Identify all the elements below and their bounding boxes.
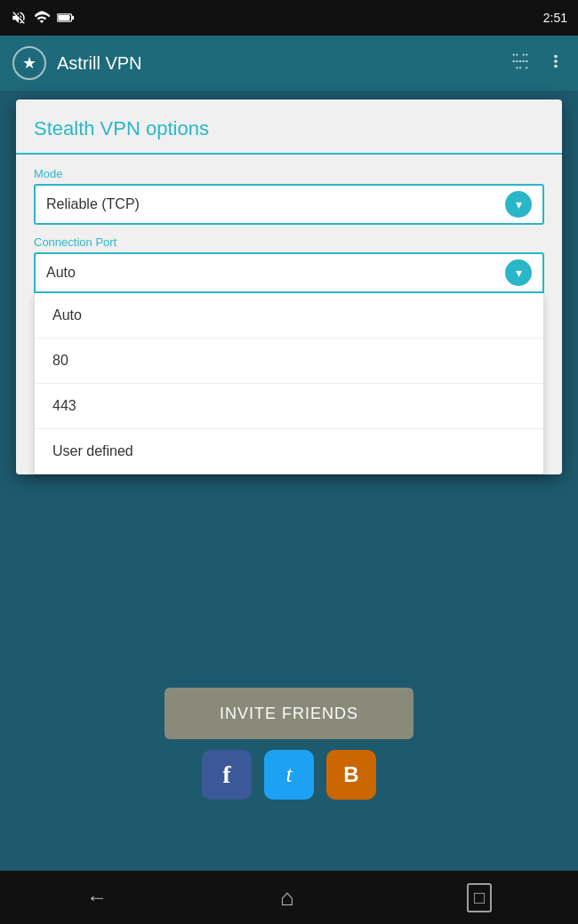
dialog-header: Stealth VPN options xyxy=(16,100,562,155)
mode-value: Reliable (TCP) xyxy=(46,196,505,212)
svg-rect-1 xyxy=(72,16,75,20)
bottom-navigation-bar: ← ⌂ □ xyxy=(0,871,578,924)
dialog-overlay: Stealth VPN options Mode Reliable (TCP) … xyxy=(0,91,578,871)
more-options-icon[interactable] xyxy=(546,52,566,76)
option-443[interactable]: 443 xyxy=(35,384,543,429)
status-bar-left xyxy=(11,10,75,26)
connection-port-dropdown-container: Auto ▾ Auto 80 443 User defined xyxy=(34,252,544,474)
option-80[interactable]: 80 xyxy=(35,339,543,384)
connection-port-options: Auto 80 443 User defined xyxy=(34,293,544,474)
main-content: ✕ Select Server 🇺🇸 USA - Phoenix ▾ Steal… xyxy=(0,91,578,871)
dialog-title: Stealth VPN options xyxy=(34,117,209,139)
option-user-defined[interactable]: User defined xyxy=(35,429,543,474)
app-title: Astrill VPN xyxy=(57,53,510,74)
top-app-bar: ★ Astrill VPN xyxy=(0,36,578,91)
app-logo: ★ xyxy=(12,46,46,80)
back-button[interactable]: ← xyxy=(86,885,108,910)
status-bar-right: 2:51 xyxy=(543,11,567,25)
wifi-icon xyxy=(34,10,50,26)
filter-icon[interactable] xyxy=(510,52,530,76)
mode-dropdown-chevron[interactable]: ▾ xyxy=(505,191,532,218)
connection-port-label: Connection Port xyxy=(34,235,544,249)
option-auto[interactable]: Auto xyxy=(35,293,543,339)
connection-port-value: Auto xyxy=(46,265,505,281)
svg-rect-2 xyxy=(58,15,69,20)
battery-icon xyxy=(57,12,75,24)
time-display: 2:51 xyxy=(543,11,567,25)
stealth-vpn-dialog: Stealth VPN options Mode Reliable (TCP) … xyxy=(16,100,562,474)
recents-button[interactable]: □ xyxy=(467,883,492,912)
dialog-body: Mode Reliable (TCP) ▾ Connection Port Au… xyxy=(16,155,562,474)
connection-port-dropdown[interactable]: Auto ▾ xyxy=(34,252,544,293)
status-bar: 2:51 xyxy=(0,0,578,36)
mode-dropdown[interactable]: Reliable (TCP) ▾ xyxy=(34,184,544,225)
top-bar-actions xyxy=(510,52,566,76)
home-button[interactable]: ⌂ xyxy=(280,884,294,912)
muted-icon xyxy=(11,10,27,26)
mode-label: Mode xyxy=(34,167,544,180)
connection-port-chevron[interactable]: ▾ xyxy=(505,259,532,286)
